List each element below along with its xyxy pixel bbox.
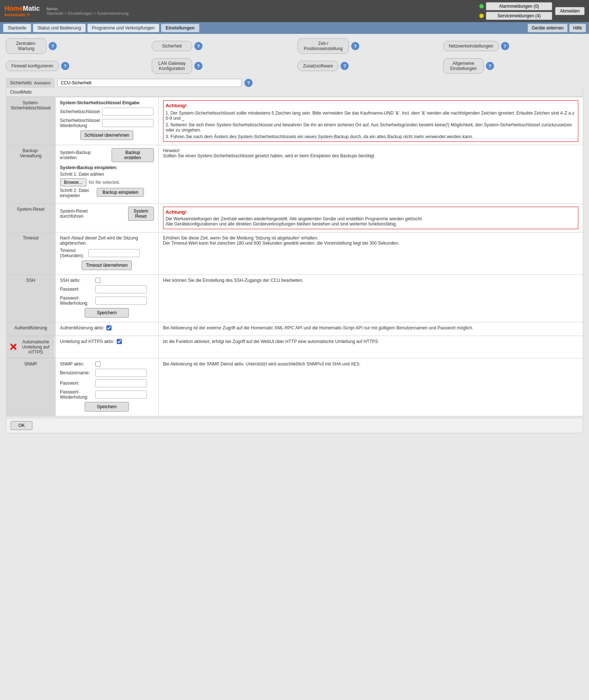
sicherheit-button[interactable]: Sicherheit — [152, 41, 192, 51]
firewall-button[interactable]: Firewall konfigurieren — [6, 61, 59, 71]
zeit-help-icon[interactable]: ? — [351, 42, 359, 50]
ssh-password-input[interactable] — [95, 285, 147, 293]
ssh-password-label: Passwort: — [60, 287, 93, 292]
timeout-hint: Erhöhen Sie diese Zeit, wenn Sie die Mel… — [163, 235, 578, 246]
timeout-submit-button[interactable]: Timeout übernehmen — [82, 260, 132, 270]
ssh-save-button[interactable]: Speichern — [85, 308, 129, 318]
system-security-achtung: Achtung! — [166, 103, 576, 108]
reset-button[interactable]: SystemReset — [128, 207, 154, 221]
ssh-content: SSH aktiv: Passwort: Passwort- Wiederhol… — [55, 275, 158, 322]
security-key-repeat-input[interactable] — [102, 119, 154, 127]
reset-info-text: Die Werkseinstellungen der Zentrale werd… — [166, 216, 576, 227]
nav-einstellungen[interactable]: Einstellungen — [161, 24, 200, 32]
backup-install-button[interactable]: Backup einspielen — [97, 188, 144, 197]
snmp-user-row: Benutzername: — [60, 369, 154, 377]
snmp-password-repeat-input[interactable] — [95, 391, 147, 399]
status-indicators: Alarmmeldungen (0) Servicemeldungen (4) — [479, 2, 552, 20]
netzwerk-help-icon[interactable]: ? — [501, 42, 509, 50]
alarm-row: Alarmmeldungen (0) — [479, 2, 552, 10]
nav-startseite[interactable]: Startseite — [3, 24, 31, 32]
timeout-input[interactable] — [88, 249, 140, 257]
nav-programme[interactable]: Programme und Verknüpfungen — [87, 24, 159, 32]
snmp-password-input[interactable] — [95, 379, 147, 387]
cloudmatic-label: CloudMatic — [10, 90, 32, 95]
hilfe-button[interactable]: Hilfe — [569, 24, 586, 32]
backup-install-label: System-Backup einspielen: — [60, 165, 154, 170]
sicherheit-help-icon[interactable]: ? — [194, 42, 202, 50]
backup-create-row: System-Backup erstellen Backup erstellen — [60, 148, 154, 162]
system-security-info: Achtung! 1. Der System-Sicherheitsschlüs… — [158, 97, 583, 145]
allgemein-help-icon[interactable]: ? — [486, 62, 494, 70]
zentralen-help-icon[interactable]: ? — [49, 42, 57, 50]
https-info: Ist die Funktion aktiviert, erfolgt bei … — [158, 336, 583, 358]
section-title-input[interactable] — [57, 79, 241, 87]
ssh-info: Hier können Sie die Einstellung des SSH-… — [158, 275, 583, 322]
auth-label: Authentifizierung — [6, 322, 56, 336]
abmelden-button[interactable]: Abmelden — [555, 7, 585, 15]
zentralen-wartung-button[interactable]: Zentralen-Wartung — [6, 38, 46, 54]
timeout-row: Timeout Nach Ablauf dieser Zeit wird die… — [6, 232, 583, 275]
security-key-label: Sicherheitsschlüssel — [60, 109, 100, 114]
zusatz-button[interactable]: Zusatzsoftware — [297, 61, 338, 71]
https-label: ✕ Automatische Umleitung auf HTTPS — [6, 336, 54, 358]
alarm-button[interactable]: Alarmmeldungen (0) — [486, 2, 552, 10]
grid-row-1: Zentralen-Wartung ? Sicherheit ? Zeit-/P… — [6, 38, 583, 54]
snmp-password-row: Passwort: — [60, 379, 154, 387]
sicherheits-label: Sicherheits — [10, 80, 32, 85]
backup-create-button[interactable]: Backup erstellen — [112, 148, 154, 162]
snmp-user-input[interactable] — [95, 369, 147, 377]
security-key-input[interactable] — [102, 108, 154, 116]
zusatz-help-icon[interactable]: ? — [341, 62, 349, 70]
https-content: Umleitung auf HTTPS aktiv: — [55, 336, 158, 358]
bottom-bar: OK — [6, 418, 583, 433]
auth-row: Authentifizierung Authentifizierung akti… — [6, 322, 583, 336]
snmp-active-label: SNMP aktiv: — [60, 361, 93, 367]
ssh-password-row: Passwort: — [60, 285, 154, 293]
lan-button[interactable]: LAN GatewayKonfiguration — [152, 58, 192, 74]
firewall-help-icon[interactable]: ? — [61, 62, 69, 70]
admin-info: Admin Startseite > Einstellungen > Syste… — [46, 7, 128, 15]
auth-active-checkbox[interactable] — [106, 325, 112, 330]
breadcrumb: Startseite > Einstellungen > Systemsteue… — [46, 11, 128, 15]
system-security-point3: 3. Führen Sie nach dem Ändern des System… — [166, 134, 576, 139]
ssh-hint: Hier können Sie die Einstellung des SSH-… — [163, 278, 578, 283]
https-active-checkbox[interactable] — [117, 339, 122, 344]
ssh-password-repeat-input[interactable] — [95, 297, 147, 305]
ok-button[interactable]: OK — [11, 421, 32, 430]
timeout-field-label: Timeout (Sekunden): — [60, 248, 84, 258]
security-key-submit-button[interactable]: Schlüssel übernehmen — [80, 130, 133, 140]
geraete-anlernen-button[interactable]: Geräte anlernen — [528, 24, 568, 32]
section-help-icon[interactable]: ? — [244, 79, 253, 87]
zeit-button[interactable]: Zeit-/Positionseinstellung — [297, 38, 349, 54]
timeout-content: Nach Ablauf dieser Zeit wird die Sitzung… — [55, 232, 158, 275]
snmp-password-repeat-label: Passwort- Wiederholung: — [60, 389, 93, 400]
browse-button[interactable]: Browse... — [60, 178, 87, 186]
snmp-active-checkbox[interactable] — [95, 361, 100, 367]
reset-achtung: Achtung! — [166, 209, 576, 215]
system-security-point2: 2. Notieren Sie sich Ihren System-Sicher… — [166, 122, 576, 133]
snmp-save-button[interactable]: Speichern — [85, 402, 129, 412]
system-security-label: System- Sicherheitsschlüssel — [6, 97, 56, 145]
snmp-user-label: Benutzername: — [60, 370, 93, 375]
service-row: Servicemeldungen (4) — [479, 12, 552, 20]
reset-form-row: System-Reset durchführen SystemReset — [60, 207, 154, 221]
no-file-label: No file selected. — [89, 180, 120, 185]
snmp-label: SNMP — [6, 358, 56, 416]
snmp-password-repeat-row: Passwort- Wiederholung: — [60, 389, 154, 400]
allgemein-button[interactable]: AllgemeineEinstellungen — [443, 58, 484, 74]
auth-active-label: Authentifizierung aktiv: — [60, 325, 105, 330]
netzwerk-button[interactable]: Netzwerkeinstellungen — [443, 41, 499, 51]
nav-status[interactable]: Status und Bedienung — [33, 24, 86, 32]
lan-help-icon[interactable]: ? — [194, 62, 202, 70]
service-button[interactable]: Servicemeldungen (4) — [486, 12, 552, 20]
admin-label: Admin — [46, 7, 128, 11]
cloudmatic-row: CloudMatic — [6, 88, 583, 97]
ssh-active-checkbox[interactable] — [95, 278, 100, 283]
ssh-active-row: SSH aktiv: — [60, 278, 154, 283]
ssh-password-repeat-row: Passwort- Wiederholung: — [60, 295, 154, 306]
grid-row-2: Firewall konfigurieren ? LAN GatewayKonf… — [6, 58, 583, 74]
backup-row: Backup- Verwaltung System-Backup erstell… — [6, 145, 583, 204]
backup-info: Hinweis! Sollten Sie einen System-Sicher… — [158, 145, 583, 204]
ssh-row: SSH SSH aktiv: Passwort: Passwort- Wiede… — [6, 275, 583, 322]
content-area: Zentralen-Wartung ? Sicherheit ? Zeit-/P… — [0, 34, 589, 438]
